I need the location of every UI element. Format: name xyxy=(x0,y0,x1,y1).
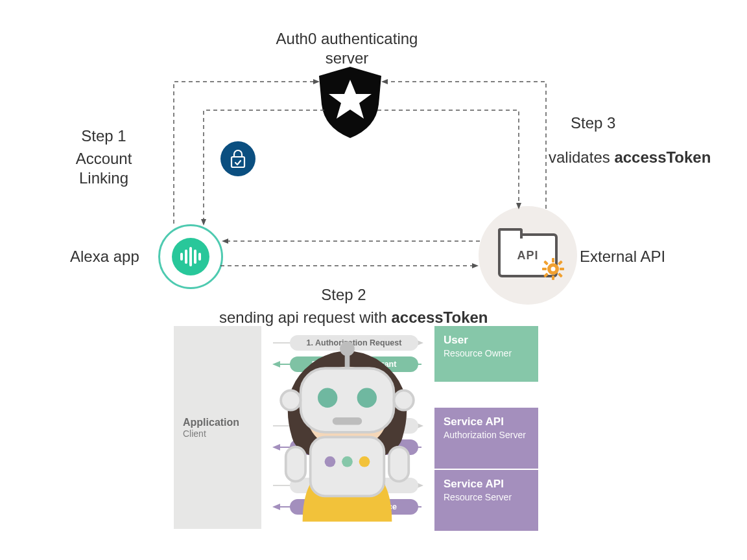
svg-point-33 xyxy=(340,342,355,356)
application-title: Application xyxy=(183,417,252,428)
actor-user-sub: Resource Owner xyxy=(444,348,529,358)
oauth-flow-diagram: Application Client User Resource Owner S… xyxy=(174,326,550,533)
svg-point-43 xyxy=(359,456,370,467)
actor-user: User Resource Owner xyxy=(434,326,538,382)
svg-point-35 xyxy=(281,390,300,410)
svg-marker-15 xyxy=(472,263,479,268)
actor-resource-server: Service API Resource Server xyxy=(434,470,538,531)
svg-point-41 xyxy=(325,456,336,467)
svg-point-38 xyxy=(357,388,377,408)
application-sub: Client xyxy=(183,428,252,439)
svg-marker-12 xyxy=(201,219,206,226)
svg-rect-45 xyxy=(389,447,409,482)
application-client-box: Application Client xyxy=(174,326,261,529)
svg-point-36 xyxy=(394,390,414,410)
robot-avatar-icon xyxy=(271,326,423,533)
svg-point-42 xyxy=(342,456,353,467)
svg-marker-16 xyxy=(222,239,228,244)
actor-auth-server: Service API Authorization Server xyxy=(434,408,538,469)
actor-user-title: User xyxy=(444,334,529,347)
svg-marker-13 xyxy=(381,79,388,84)
svg-rect-39 xyxy=(333,417,362,425)
svg-rect-44 xyxy=(286,447,305,482)
actor-auth-sub: Authorization Server xyxy=(444,430,529,440)
svg-marker-11 xyxy=(313,79,320,84)
diagram-canvas: Auth0 authenticating server Step 1 Accou… xyxy=(0,0,747,560)
top-connectors xyxy=(0,0,747,324)
actor-res-title: Service API xyxy=(444,478,529,491)
actor-auth-title: Service API xyxy=(444,415,529,428)
actor-res-sub: Resource Server xyxy=(444,492,529,502)
svg-point-37 xyxy=(318,388,337,408)
svg-marker-14 xyxy=(516,203,521,209)
